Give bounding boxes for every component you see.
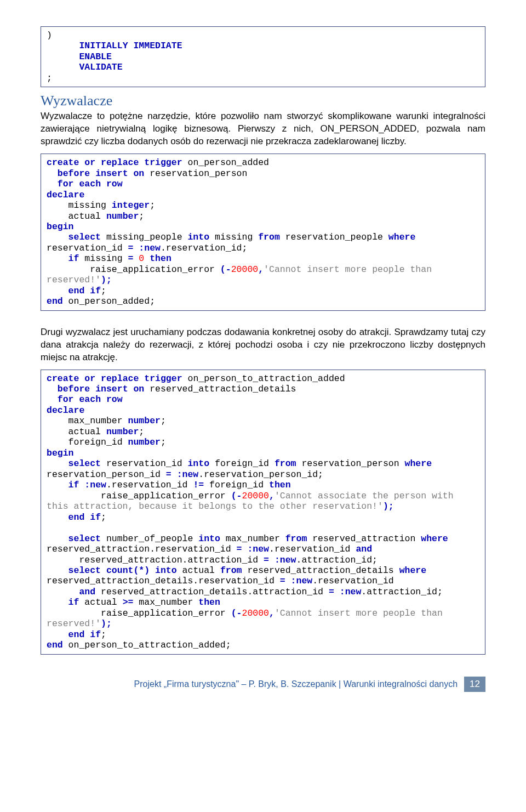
page-number-badge: 12 xyxy=(464,677,485,692)
code-block-1: ) INITIALLY IMMEDIATE ENABLE VALIDATE ; xyxy=(41,26,485,87)
section-heading-wyzwalacze: Wyzwalacze xyxy=(41,93,485,109)
paragraph-2: Drugi wyzwalacz jest uruchamiany podczas… xyxy=(41,326,485,364)
paragraph-1: Wyzwalacze to potężne narzędzie, które p… xyxy=(41,110,485,148)
code-block-2: create or replace trigger on_person_adde… xyxy=(41,154,485,311)
page-footer: Projekt „Firma turystyczna" – P. Bryk, B… xyxy=(41,677,485,692)
footer-text: Projekt „Firma turystyczna" – P. Bryk, B… xyxy=(134,677,458,692)
code-block-3: create or replace trigger on_person_to_a… xyxy=(41,370,485,655)
